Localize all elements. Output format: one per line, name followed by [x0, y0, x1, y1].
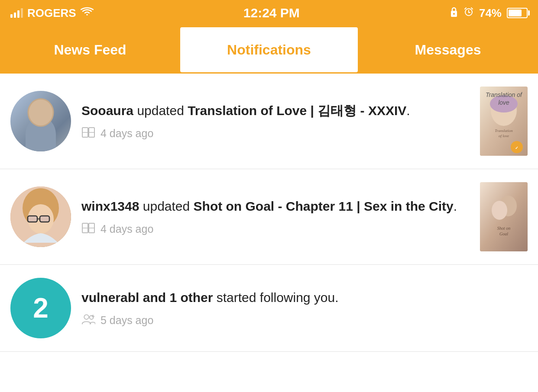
- notification-content-2: winx1348 updated Shot on Goal - Chapter …: [81, 197, 470, 237]
- book-icon-2: [81, 222, 95, 237]
- username-winx: winx1348: [81, 199, 139, 213]
- lock-icon: [450, 6, 458, 19]
- wifi-icon: [81, 7, 94, 19]
- avatar-badge: 2: [10, 278, 71, 338]
- period-2: .: [454, 199, 457, 213]
- notifications-list: Sooaura updated Translation of Love | 김태…: [0, 74, 538, 352]
- svg-rect-22: [40, 216, 49, 222]
- battery-fill: [509, 10, 522, 16]
- notification-item-2[interactable]: winx1348 updated Shot on Goal - Chapter …: [0, 169, 538, 265]
- avatar-winx: [10, 186, 71, 247]
- tab-notifications[interactable]: Notifications: [180, 27, 358, 72]
- svg-point-1: [453, 13, 455, 15]
- username-sooaura: Sooaura: [81, 103, 133, 118]
- story-title-1: Translation of Love | 김태형 - XXXIV: [188, 103, 406, 118]
- notification-content-1: Sooaura updated Translation of Love | 김태…: [81, 101, 470, 141]
- tab-news-feed[interactable]: News Feed: [1, 27, 179, 72]
- thumbnail-sog: Shot on Goal: [480, 182, 528, 251]
- action-text-2: updated: [143, 199, 194, 213]
- status-right: 74%: [450, 6, 528, 20]
- battery-percent: 74%: [479, 6, 502, 20]
- notification-meta-1: 4 days ago: [81, 126, 470, 141]
- period-1: .: [406, 103, 410, 118]
- status-left: ROGERS: [10, 6, 94, 20]
- notification-meta-3: 5 days ago: [81, 313, 528, 328]
- battery-icon: [507, 8, 528, 18]
- notification-text-3: vulnerabl and 1 other started following …: [81, 288, 528, 307]
- book-icon-1: [81, 126, 95, 141]
- tab-bar: News Feed Notifications Messages: [0, 26, 538, 74]
- svg-point-30: [492, 201, 507, 220]
- story-title-2: Shot on Goal - Chapter 11 | Sex in the C…: [194, 199, 454, 213]
- notification-meta-2: 4 days ago: [81, 222, 470, 237]
- notification-item-1[interactable]: Sooaura updated Translation of Love | 김태…: [0, 74, 538, 169]
- action-text-1: updated: [137, 103, 188, 118]
- svg-line-6: [471, 8, 473, 9]
- avatar-sooaura: [10, 91, 71, 151]
- alarm-icon: [463, 6, 474, 19]
- notification-text-2: winx1348 updated Shot on Goal - Chapter …: [81, 197, 470, 216]
- notification-content-3: vulnerabl and 1 other started following …: [81, 288, 528, 328]
- svg-point-13: [490, 95, 518, 112]
- badge-count: 2: [33, 292, 49, 324]
- people-icon: [81, 313, 95, 328]
- svg-text:Translation: Translation: [495, 129, 513, 133]
- svg-text:Goal: Goal: [499, 231, 508, 236]
- timestamp-2: 4 days ago: [100, 223, 153, 235]
- username-vulnerabl: vulnerabl and 1 other: [81, 290, 213, 305]
- svg-rect-21: [28, 216, 37, 222]
- svg-text:✓: ✓: [515, 146, 519, 150]
- thumbnail-tol: Translation of love ✓: [480, 87, 528, 156]
- signal-icon: [10, 8, 23, 18]
- svg-text:Shot on: Shot on: [497, 226, 510, 231]
- timestamp-1: 4 days ago: [100, 127, 153, 140]
- carrier-text: ROGERS: [27, 6, 76, 20]
- tab-messages[interactable]: Messages: [359, 27, 537, 72]
- timestamp-3: 5 days ago: [100, 314, 153, 327]
- svg-line-5: [465, 8, 466, 9]
- status-bar: ROGERS 12:24 PM: [0, 0, 538, 26]
- svg-text:of love: of love: [499, 134, 509, 138]
- status-time: 12:24 PM: [243, 6, 300, 20]
- svg-point-33: [84, 315, 89, 319]
- action-text-3: started following you.: [217, 290, 339, 305]
- notification-text-1: Sooaura updated Translation of Love | 김태…: [81, 101, 470, 120]
- notification-item-3[interactable]: 2 vulnerabl and 1 other started followin…: [0, 265, 538, 352]
